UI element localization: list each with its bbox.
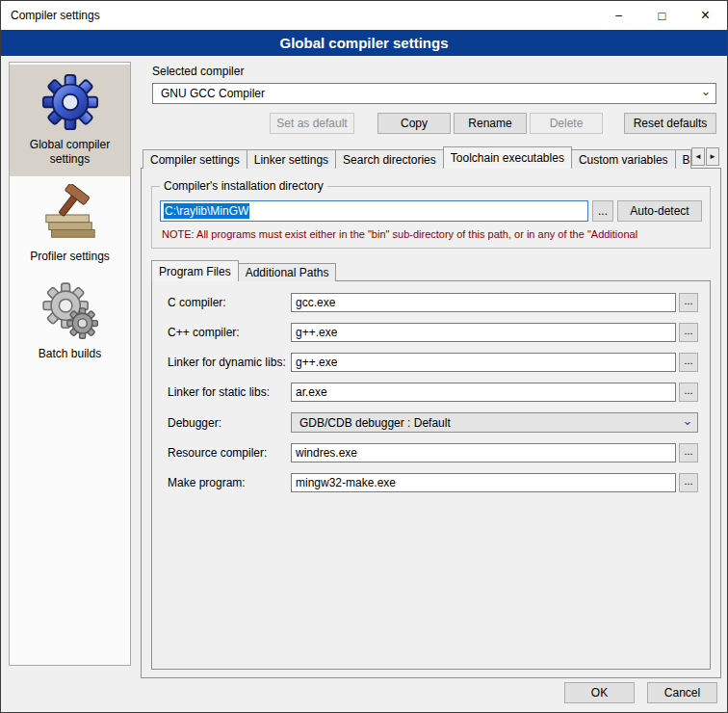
cpp-compiler-input[interactable] [291, 323, 676, 342]
installation-directory-row: C:\raylib\MinGW ... Auto-detect [160, 200, 702, 222]
field-row-linker-static: Linker for static libs: ... [168, 383, 698, 402]
tab-linker-settings[interactable]: Linker settings [247, 149, 336, 169]
dialog-buttons: OK Cancel [564, 682, 717, 703]
settings-category-sidebar: Global compiler settings Profiler settin… [9, 62, 131, 666]
linker-static-label: Linker for static libs: [168, 385, 291, 399]
field-row-c-compiler: C compiler: ... [168, 293, 698, 312]
sidebar-item-label: Global compiler settings [12, 138, 128, 167]
browse-directory-button[interactable]: ... [592, 200, 613, 222]
linker-static-input[interactable] [291, 383, 676, 402]
blue-gear-icon [40, 72, 100, 132]
tab-build-options[interactable]: Build [675, 149, 691, 169]
sidebar-item-label: Batch builds [12, 347, 128, 361]
make-program-label: Make program: [168, 476, 291, 489]
subtab-additional-paths[interactable]: Additional Paths [238, 263, 337, 281]
field-row-debugger: Debugger: GDB/CDB debugger : Default ⌄ [168, 412, 698, 433]
linker-dynamic-input[interactable] [291, 353, 676, 372]
cpp-compiler-browse-button[interactable]: ... [679, 323, 698, 342]
ok-button[interactable]: OK [564, 682, 635, 703]
compiler-settings-dialog: Compiler settings – □ × Global compiler … [0, 0, 728, 713]
installation-directory-input[interactable]: C:\raylib\MinGW [160, 200, 588, 222]
installation-directory-value: C:\raylib\MinGW [164, 203, 249, 219]
program-files-panel: C compiler: ... C++ compiler: ... Linker… [151, 280, 711, 670]
profiler-tools-icon [40, 184, 100, 244]
gray-gears-icon [40, 281, 100, 341]
minimize-icon: – [615, 9, 622, 22]
maximize-icon: □ [659, 9, 666, 23]
dialog-header: Global compiler settings [1, 30, 727, 56]
chevron-down-icon: ⌄ [697, 85, 715, 102]
field-row-linker-dynamic: Linker for dynamic libs: ... [168, 353, 698, 372]
cancel-button[interactable]: Cancel [647, 682, 717, 703]
tab-toolchain-executables[interactable]: Toolchain executables [443, 146, 572, 169]
sidebar-item-label: Profiler settings [12, 250, 128, 264]
arrow-left-icon: ◄ [694, 152, 702, 161]
close-icon: × [701, 8, 710, 23]
debugger-value: GDB/CDB debugger : Default [299, 416, 451, 430]
delete-button: Delete [530, 113, 603, 134]
selected-compiler-label: Selected compiler [152, 65, 721, 78]
resource-compiler-browse-button[interactable]: ... [679, 443, 698, 462]
tab-scroll-right-button[interactable]: ► [706, 147, 719, 166]
dialog-header-title: Global compiler settings [279, 35, 448, 51]
debugger-label: Debugger: [168, 416, 291, 430]
set-as-default-button: Set as default [270, 113, 354, 134]
installation-directory-group: Compiler's installation directory C:\ray… [151, 186, 711, 249]
maximize-button[interactable]: □ [640, 1, 684, 30]
installation-directory-group-label: Compiler's installation directory [160, 179, 327, 193]
c-compiler-browse-button[interactable]: ... [679, 293, 698, 312]
minimize-button[interactable]: – [597, 1, 640, 30]
titlebar[interactable]: Compiler settings – □ × [1, 1, 727, 30]
selected-compiler-dropdown[interactable]: GNU GCC Compiler ⌄ [152, 83, 716, 104]
linker-static-browse-button[interactable]: ... [679, 383, 698, 402]
reset-defaults-button[interactable]: Reset defaults [624, 113, 716, 134]
sidebar-item-batch-builds[interactable]: Batch builds [10, 274, 130, 371]
linker-dynamic-browse-button[interactable]: ... [679, 353, 698, 372]
main-panel: Selected compiler GNU GCC Compiler ⌄ Set… [141, 62, 721, 678]
debugger-dropdown[interactable]: GDB/CDB debugger : Default ⌄ [291, 412, 698, 433]
field-row-cpp-compiler: C++ compiler: ... [168, 323, 698, 342]
sidebar-item-profiler-settings[interactable]: Profiler settings [10, 176, 130, 274]
program-tabs: Program Files Additional Paths [151, 260, 711, 281]
sidebar-item-global-compiler-settings[interactable]: Global compiler settings [10, 65, 130, 176]
copy-button[interactable]: Copy [377, 113, 451, 134]
window-controls: – □ × [597, 1, 727, 30]
c-compiler-input[interactable] [291, 293, 676, 312]
selected-compiler-value: GNU GCC Compiler [161, 87, 265, 100]
rename-button[interactable]: Rename [454, 113, 527, 134]
tab-scroll-left-button[interactable]: ◄ [691, 147, 705, 166]
resource-compiler-label: Resource compiler: [168, 446, 291, 460]
window-title: Compiler settings [1, 9, 100, 22]
subtab-program-files[interactable]: Program Files [151, 260, 239, 281]
tab-compiler-settings[interactable]: Compiler settings [143, 149, 247, 169]
tab-scroll-buttons: ◄ ► [691, 147, 719, 166]
chevron-down-icon: ⌄ [679, 414, 696, 431]
toolchain-executables-panel: Compiler's installation directory C:\ray… [141, 168, 721, 678]
arrow-right-icon: ► [709, 152, 716, 161]
bin-subdirectory-note: NOTE: All programs must exist either in … [162, 228, 702, 240]
linker-dynamic-label: Linker for dynamic libs: [168, 356, 291, 369]
field-row-make-program: Make program: ... [168, 473, 698, 492]
tab-custom-variables[interactable]: Custom variables [571, 149, 676, 169]
auto-detect-button[interactable]: Auto-detect [617, 200, 702, 222]
tab-search-directories[interactable]: Search directories [335, 149, 444, 169]
settings-tabs: Compiler settings Linker settings Search… [141, 146, 721, 169]
resource-compiler-input[interactable] [291, 443, 676, 462]
cpp-compiler-label: C++ compiler: [168, 326, 291, 339]
close-button[interactable]: × [684, 1, 727, 30]
make-program-browse-button[interactable]: ... [679, 473, 698, 492]
c-compiler-label: C compiler: [168, 296, 291, 309]
field-row-resource-compiler: Resource compiler: ... [168, 443, 698, 462]
make-program-input[interactable] [291, 473, 676, 492]
compiler-actions: Set as default Copy Rename Delete Reset … [152, 113, 716, 134]
